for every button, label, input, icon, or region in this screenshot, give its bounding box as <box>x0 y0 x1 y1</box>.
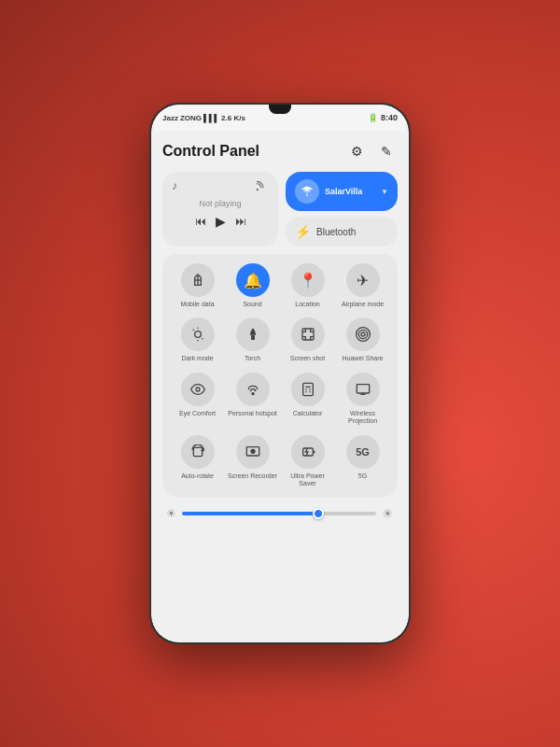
svg-rect-12 <box>302 329 314 340</box>
notch <box>269 105 291 114</box>
huawei-share-icon <box>346 317 380 351</box>
svg-point-0 <box>257 190 258 190</box>
airplane-icon: ✈ <box>346 263 380 297</box>
eye-comfort-toggle[interactable]: Eye Comfort <box>173 373 223 426</box>
prev-button[interactable]: ⏮ <box>195 215 206 228</box>
hotspot-label: Personal hotspot <box>228 410 277 417</box>
svg-rect-11 <box>251 329 254 331</box>
screen-recorder-toggle[interactable]: Screen Recorder <box>228 435 278 488</box>
music-icon: ♪ <box>172 179 177 195</box>
dark-mode-label: Dark mode <box>181 355 213 362</box>
huawei-share-label: Huawei Share <box>343 355 384 362</box>
brightness-row: ☀ ☀ <box>162 504 398 523</box>
edit-icon: ✎ <box>381 144 392 159</box>
cp-header: Control Panel ⚙ ✎ <box>162 140 398 162</box>
hotspot-toggle[interactable]: Personal hotspot <box>228 373 278 426</box>
brightness-slider[interactable] <box>182 512 376 515</box>
grid-row-1: Mobile data 🔔 Sound 📍 Location ✈ Airplan… <box>170 263 390 308</box>
screenshot-toggle[interactable]: Screen shot <box>283 317 333 362</box>
top-row: ♪ Not playing ⏮ ▶ ⏭ <box>162 172 398 247</box>
wireless-projection-toggle[interactable]: Wireless Projection <box>338 373 388 426</box>
wifi-ssid: SalarVilla <box>325 187 375 196</box>
ultra-power-saver-toggle[interactable]: Ultra Power Saver <box>283 435 333 488</box>
screenshot-icon <box>291 317 325 351</box>
play-button[interactable]: ▶ <box>216 214 226 229</box>
svg-rect-9 <box>251 335 255 340</box>
grid-row-3: Eye Comfort Personal hotspot <box>170 373 390 426</box>
svg-point-29 <box>251 449 255 453</box>
mobile-data-toggle[interactable]: Mobile data <box>173 263 223 308</box>
settings-button[interactable]: ⚙ <box>345 140 368 162</box>
brightness-min-icon: ☀ <box>166 507 176 520</box>
sound-toggle[interactable]: 🔔 Sound <box>228 263 278 308</box>
brightness-thumb <box>313 508 324 519</box>
media-icons-row: ♪ <box>172 179 269 195</box>
gear-icon: ⚙ <box>351 144 363 159</box>
svg-point-1 <box>306 194 308 196</box>
control-panel: Control Panel ⚙ ✎ ♪ <box>151 131 409 642</box>
svg-point-16 <box>196 388 200 391</box>
wifi-info: SalarVilla <box>325 187 375 196</box>
wifi-icon <box>295 179 319 204</box>
status-right: 🔋 8:40 <box>368 113 398 122</box>
torch-label: Torch <box>245 355 260 362</box>
media-controls: ⏮ ▶ ⏭ <box>172 214 269 229</box>
phone-screen: Jazz ZONG ▌▌▌ 2.6 K/s 🔋 8:40 Control Pan… <box>151 105 409 642</box>
ultra-power-icon <box>291 435 325 469</box>
screen-recorder-icon <box>236 435 270 469</box>
network-speed: 2.6 K/s <box>221 114 245 122</box>
auto-rotate-toggle[interactable]: Auto-rotate <box>173 435 223 488</box>
ultra-power-label: Ultra Power Saver <box>283 472 333 488</box>
svg-point-14 <box>358 331 367 339</box>
hotspot-icon <box>236 373 270 406</box>
huawei-share-toggle[interactable]: Huawei Share <box>338 317 388 362</box>
torch-toggle[interactable]: Torch <box>228 317 278 362</box>
calculator-label: Calculator <box>293 410 323 417</box>
brightness-max-icon: ☀ <box>382 506 394 521</box>
svg-marker-10 <box>249 331 256 335</box>
wifi-bt-column: SalarVilla ▼ ⚡ Bluetooth <box>286 172 398 247</box>
carrier1-label: Jazz <box>162 114 178 122</box>
calculator-icon <box>291 373 325 406</box>
5g-toggle[interactable]: 5G 5G <box>338 435 388 488</box>
time-display: 8:40 <box>381 113 398 122</box>
grid-row-2: Dark mode Torch <box>170 317 390 362</box>
auto-rotate-label: Auto-rotate <box>181 472 214 480</box>
airplane-mode-toggle[interactable]: ✈ Airplane mode <box>338 263 388 308</box>
bluetooth-icon: ⚡ <box>295 224 311 239</box>
next-button[interactable]: ⏭ <box>235 215 246 228</box>
svg-point-4 <box>194 331 201 338</box>
eye-comfort-icon <box>181 373 215 406</box>
battery-icon: 🔋 <box>368 113 378 122</box>
dark-mode-toggle[interactable]: Dark mode <box>173 317 223 362</box>
quick-toggles-grid: Mobile data 🔔 Sound 📍 Location ✈ Airplan… <box>162 254 398 497</box>
bluetooth-label: Bluetooth <box>316 227 356 237</box>
svg-rect-18 <box>302 383 313 395</box>
calculator-toggle[interactable]: Calculator <box>283 373 333 426</box>
svg-point-17 <box>252 392 254 394</box>
wireless-projection-icon <box>346 373 380 406</box>
screenshot-label: Screen shot <box>290 355 325 362</box>
signal-icons: ▌▌▌ <box>203 114 219 122</box>
5g-label: 5G <box>358 472 367 480</box>
airplane-label: Airplane mode <box>342 301 384 308</box>
bluetooth-card[interactable]: ⚡ Bluetooth <box>286 217 398 247</box>
media-card: ♪ Not playing ⏮ ▶ ⏭ <box>162 172 278 247</box>
not-playing-label: Not playing <box>172 199 269 208</box>
svg-point-13 <box>361 332 365 336</box>
sound-label: Sound <box>243 301 261 308</box>
location-toggle[interactable]: 📍 Location <box>283 263 333 308</box>
sound-icon: 🔔 <box>236 263 270 297</box>
5g-icon: 5G <box>346 435 380 469</box>
eye-comfort-label: Eye Comfort <box>179 410 216 417</box>
svg-rect-24 <box>357 384 369 392</box>
torch-icon <box>236 317 270 351</box>
auto-rotate-icon <box>181 435 215 469</box>
svg-rect-27 <box>193 447 202 456</box>
screen-recorder-label: Screen Recorder <box>228 472 277 480</box>
wireless-projection-label: Wireless Projection <box>338 410 388 426</box>
svg-line-8 <box>202 339 203 340</box>
wifi-card[interactable]: SalarVilla ▼ <box>286 172 398 211</box>
carrier2-label: ZONG <box>180 114 202 122</box>
edit-button[interactable]: ✎ <box>375 140 398 162</box>
